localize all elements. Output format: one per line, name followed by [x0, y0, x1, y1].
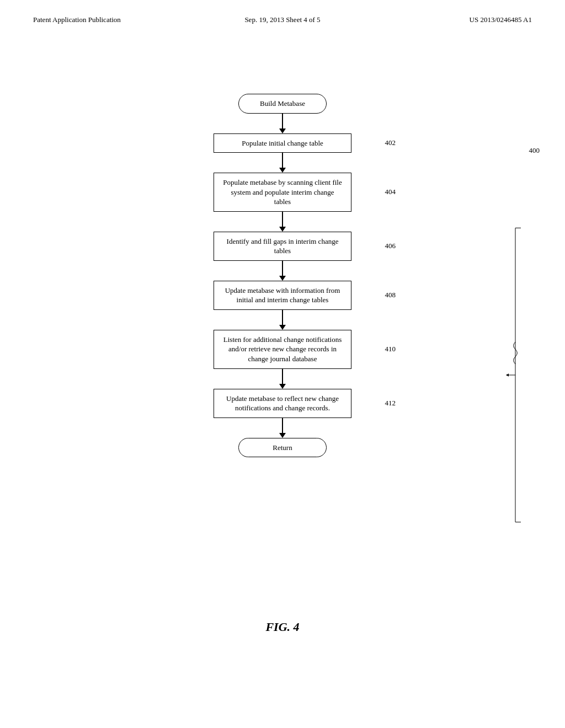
ref-400-label: 400 [529, 146, 540, 155]
svg-marker-4 [506, 373, 509, 376]
rect-410: Listen for additional change notificatio… [214, 330, 351, 369]
label-406: Identify and fill gaps in interim change… [227, 237, 339, 255]
step-num-406: 406 [385, 242, 396, 250]
node-end: Return [200, 438, 365, 458]
step-num-412: 412 [385, 399, 396, 408]
label-404: Populate metabase by scanning client fil… [223, 178, 342, 206]
rect-412: Update metabase to reflect new change no… [214, 389, 351, 418]
end-node: Return [238, 438, 327, 458]
start-label: Build Metabase [260, 99, 305, 108]
node-402: Populate initial change table 402 [200, 133, 365, 153]
rect-404: Populate metabase by scanning client fil… [214, 173, 351, 212]
ref-bracket-400 [504, 149, 537, 601]
rect-402: Populate initial change table [214, 133, 351, 153]
date-sheet-label: Sep. 19, 2013 Sheet 4 of 5 [244, 15, 320, 24]
flowchart: Build Metabase Populate initial change t… [200, 94, 365, 457]
step-num-408: 408 [385, 291, 396, 299]
diagram-area: Build Metabase Populate initial change t… [0, 61, 565, 667]
step-num-410: 410 [385, 345, 396, 354]
start-node: Build Metabase [238, 94, 327, 114]
patent-number-label: US 2013/0246485 A1 [470, 15, 532, 24]
label-410: Listen for additional change notificatio… [223, 335, 342, 363]
label-412: Update metabase to reflect new change no… [226, 394, 339, 413]
node-406: Identify and fill gaps in interim change… [200, 232, 365, 261]
arrow-1 [200, 114, 365, 133]
rect-408: Update metabase with information from in… [214, 281, 351, 310]
label-402: Populate initial change table [242, 139, 323, 147]
node-408: Update metabase with information from in… [200, 281, 365, 310]
step-num-404: 404 [385, 188, 396, 196]
step-num-402: 402 [385, 138, 396, 147]
header-center: Sep. 19, 2013 Sheet 4 of 5 [199, 15, 365, 24]
page-header: Patent Application Publication Sep. 19, … [0, 0, 565, 24]
figure-label: FIG. 4 [0, 620, 565, 634]
publication-label: Patent Application Publication [33, 15, 121, 24]
arrow-3 [200, 212, 365, 232]
end-label: Return [273, 443, 292, 452]
rect-406: Identify and fill gaps in interim change… [214, 232, 351, 261]
arrow-6 [200, 369, 365, 389]
node-412: Update metabase to reflect new change no… [200, 389, 365, 418]
arrow-2 [200, 153, 365, 173]
arrow-4 [200, 261, 365, 281]
header-left: Patent Application Publication [33, 15, 199, 24]
node-410: Listen for additional change notificatio… [200, 330, 365, 369]
arrow-7 [200, 418, 365, 438]
node-start: Build Metabase [200, 94, 365, 114]
node-404: Populate metabase by scanning client fil… [200, 173, 365, 212]
arrow-5 [200, 310, 365, 330]
header-right: US 2013/0246485 A1 [366, 15, 532, 24]
label-408: Update metabase with information from in… [225, 286, 340, 304]
